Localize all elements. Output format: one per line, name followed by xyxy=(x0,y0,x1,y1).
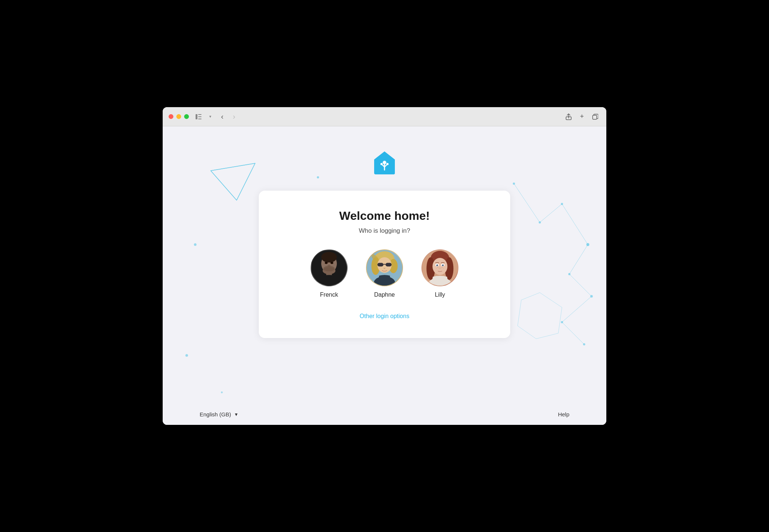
help-link[interactable]: Help xyxy=(558,411,569,417)
svg-line-8 xyxy=(237,163,255,200)
svg-point-13 xyxy=(317,176,319,178)
chevron-icon[interactable]: ▾ xyxy=(205,112,216,122)
svg-point-36 xyxy=(383,161,386,164)
browser-window: ▾ ‹ › + xyxy=(163,107,606,425)
svg-point-71 xyxy=(442,267,443,268)
users-row: Frenck xyxy=(281,249,488,298)
avatar-lilly xyxy=(421,249,458,286)
svg-point-67 xyxy=(443,265,444,265)
svg-rect-55 xyxy=(383,264,386,265)
svg-point-73 xyxy=(443,268,444,269)
svg-point-66 xyxy=(437,265,438,265)
svg-line-15 xyxy=(540,204,562,222)
svg-point-35 xyxy=(386,163,389,165)
login-card: Welcome home! Who is logging in? xyxy=(259,191,510,338)
dropdown-chevron-icon: ▼ xyxy=(234,412,238,417)
svg-point-68 xyxy=(439,268,440,269)
user-item-frenck[interactable]: Frenck xyxy=(311,249,348,298)
new-tab-button[interactable]: + xyxy=(577,112,587,122)
svg-point-22 xyxy=(539,221,541,224)
page-content: Welcome home! Who is logging in? xyxy=(163,126,606,425)
maximize-button[interactable] xyxy=(184,114,189,119)
svg-line-19 xyxy=(562,296,592,322)
svg-line-14 xyxy=(514,184,540,222)
svg-point-26 xyxy=(590,295,593,298)
user-name-lilly: Lilly xyxy=(435,291,445,298)
svg-point-69 xyxy=(440,268,441,269)
svg-point-11 xyxy=(186,354,188,357)
svg-point-24 xyxy=(586,243,589,246)
svg-point-61 xyxy=(433,258,447,275)
svg-point-34 xyxy=(380,163,383,165)
svg-marker-6 xyxy=(211,163,255,200)
user-item-lilly[interactable]: Lilly xyxy=(421,249,458,298)
card-title: Welcome home! xyxy=(281,209,488,223)
user-name-frenck: Frenck xyxy=(320,291,338,298)
svg-line-7 xyxy=(211,171,237,200)
user-name-daphne: Daphne xyxy=(374,291,395,298)
tabs-button[interactable] xyxy=(590,112,600,122)
avatar-daphne xyxy=(366,249,403,286)
svg-point-72 xyxy=(436,268,437,269)
sidebar-toggle-button[interactable] xyxy=(193,112,204,122)
svg-line-18 xyxy=(569,274,592,296)
svg-rect-1 xyxy=(198,114,201,115)
share-button[interactable] xyxy=(563,112,574,122)
svg-rect-3 xyxy=(198,119,201,119)
home-assistant-logo xyxy=(370,149,399,178)
svg-point-40 xyxy=(321,252,337,263)
close-button[interactable] xyxy=(169,114,173,119)
forward-button[interactable]: › xyxy=(229,112,239,122)
language-label: English (GB) xyxy=(200,411,231,417)
svg-point-42 xyxy=(331,262,333,264)
svg-rect-2 xyxy=(198,116,201,117)
svg-point-10 xyxy=(194,243,197,246)
toolbar-left: ▾ ‹ › xyxy=(193,112,239,122)
avatar-frenck xyxy=(311,249,348,286)
svg-line-16 xyxy=(562,204,588,245)
svg-point-70 xyxy=(437,267,438,268)
svg-point-12 xyxy=(221,392,223,393)
svg-point-41 xyxy=(325,262,328,264)
svg-point-64 xyxy=(436,265,438,266)
svg-rect-53 xyxy=(377,263,383,267)
logo-area xyxy=(370,149,399,180)
title-bar: ▾ ‹ › + xyxy=(163,107,606,126)
card-subtitle: Who is logging in? xyxy=(281,227,488,235)
svg-point-25 xyxy=(568,273,570,275)
back-button[interactable]: ‹ xyxy=(217,112,227,122)
svg-point-47 xyxy=(328,265,331,267)
svg-rect-5 xyxy=(593,115,597,119)
other-login-link[interactable]: Other login options xyxy=(360,313,409,319)
toolbar-right: + xyxy=(563,112,600,122)
svg-line-9 xyxy=(211,163,255,171)
traffic-lights xyxy=(169,114,189,119)
user-item-daphne[interactable]: Daphne xyxy=(366,249,403,298)
svg-line-17 xyxy=(569,245,588,274)
svg-marker-29 xyxy=(518,293,562,339)
svg-point-21 xyxy=(513,183,515,185)
minimize-button[interactable] xyxy=(176,114,181,119)
svg-rect-54 xyxy=(386,263,392,267)
svg-rect-0 xyxy=(196,114,197,119)
svg-point-65 xyxy=(442,265,444,266)
svg-line-20 xyxy=(562,322,584,344)
svg-point-27 xyxy=(561,321,563,323)
bottom-bar: English (GB) ▼ Help xyxy=(163,404,606,425)
svg-point-28 xyxy=(583,343,585,345)
svg-point-23 xyxy=(561,203,563,205)
language-selector[interactable]: English (GB) ▼ xyxy=(200,411,238,417)
